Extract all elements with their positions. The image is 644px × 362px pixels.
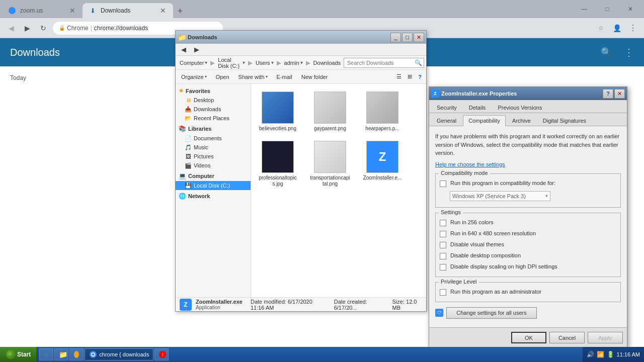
nav-videos[interactable]: 🎬 Videos [176, 161, 251, 170]
new-tab-button[interactable]: + [173, 4, 187, 18]
nav-pictures[interactable]: 🖼 Pictures [176, 152, 251, 161]
tab-security[interactable]: Security [431, 102, 462, 113]
compatibility-mode-title: Compatibility mode [439, 170, 490, 176]
breadcrumb-users[interactable]: Users ▾ [254, 59, 276, 67]
ok-button[interactable]: OK [511, 332, 546, 343]
setting-dpi-checkbox[interactable] [440, 264, 446, 270]
taskbar-item-wmp[interactable] [69, 348, 84, 360]
tab-digital-signatures[interactable]: Digital Signatures [537, 115, 592, 126]
search-downloads-icon[interactable]: 🔍 [601, 47, 612, 58]
file-thumb-zoom: Z [366, 141, 398, 173]
taskbar-item-antivirus[interactable]: ! [154, 348, 169, 360]
setting-256-checkbox[interactable] [440, 220, 446, 226]
apply-button[interactable]: Apply [588, 332, 623, 343]
taskbar-item-explorer[interactable]: 📁 [54, 348, 68, 360]
nav-desktop[interactable]: 🖥 Desktop [176, 96, 251, 105]
share-with-button[interactable]: Share with ▾ [235, 71, 271, 82]
maximize-button[interactable]: □ [596, 0, 619, 18]
recent-places-icon: 📂 [185, 115, 192, 122]
organize-button[interactable]: Organize ▾ [178, 71, 210, 82]
close-button[interactable]: ✕ [619, 0, 642, 18]
explorer-restore-button[interactable]: □ [402, 33, 413, 42]
chrome-menu-button[interactable]: ⋮ [626, 21, 640, 35]
breadcrumb-downloads[interactable]: Downloads [311, 59, 343, 67]
open-button[interactable]: Open [212, 71, 233, 82]
chrome-taskbar-label: chrome { downloads [99, 351, 149, 357]
nav-libraries-header[interactable]: 📚 Libraries [176, 124, 251, 134]
list-item[interactable]: professionaltopics.jpg [255, 137, 300, 191]
explorer-close-button[interactable]: ✕ [414, 33, 424, 42]
taskbar-item-chrome[interactable]: chrome { downloads [85, 348, 153, 360]
setting-visual-checkbox[interactable] [440, 242, 446, 248]
view-details-button[interactable]: ⊞ [405, 71, 415, 82]
setting-composition-checkbox[interactable] [440, 253, 446, 259]
tray-battery-icon[interactable]: 🔋 [607, 350, 615, 358]
tray-network-icon[interactable]: 📶 [597, 350, 605, 358]
nav-network-header[interactable]: 🌐 Network [176, 191, 251, 201]
list-item[interactable]: Z ZoomInstaller.e... [360, 137, 405, 191]
minimize-button[interactable]: — [573, 0, 596, 18]
email-button[interactable]: E-mail [273, 71, 296, 82]
tab-details[interactable]: Details [463, 102, 492, 113]
nav-localdisk[interactable]: 💾 Local Disk (C:) [176, 181, 251, 190]
props-title: ZoomInstaller.exe Properties [441, 90, 603, 97]
privilege-admin-checkbox[interactable] [440, 289, 446, 296]
explorer-minimize-button[interactable]: _ [390, 33, 401, 42]
search-button[interactable]: 🔍 [415, 59, 422, 66]
help-button[interactable]: ? [416, 71, 424, 82]
nav-computer-header[interactable]: 💻 Computer [176, 171, 251, 181]
refresh-button[interactable]: ↻ [36, 21, 50, 35]
help-link[interactable]: Help me choose the settings [435, 161, 621, 167]
list-item[interactable]: believecities.png [255, 88, 300, 135]
nav-favorites-header[interactable]: ★ Favorites [176, 86, 251, 96]
compat-mode-select[interactable]: Windows XP (Service Pack 3) ▾ [450, 191, 550, 201]
tab-downloads-close-button[interactable]: ✕ [159, 7, 167, 15]
profile-icon[interactable]: 👤 [610, 21, 624, 35]
forward-button[interactable]: ▶ [20, 21, 34, 35]
tab-compatibility[interactable]: Compatibility [463, 115, 506, 126]
tab-previous-versions-label: Previous Versions [498, 105, 542, 111]
nav-downloads[interactable]: 📥 Downloads [176, 105, 251, 114]
new-folder-button[interactable]: New folder [298, 71, 332, 82]
status-size: Size: 12.0 MB [392, 299, 422, 311]
list-item[interactable]: transportationcapital.png [307, 137, 353, 191]
cancel-button[interactable]: Cancel [549, 332, 585, 343]
status-date-modified: Date modified: 6/17/2020 11:16 AM [251, 299, 326, 311]
breadcrumb-admin[interactable]: admin ▾ [282, 59, 305, 67]
tab-general[interactable]: General [431, 115, 462, 126]
nav-recent-places[interactable]: 📂 Recent Places [176, 114, 251, 123]
zoom-logo-icon: Z [370, 145, 394, 169]
list-item[interactable]: hearpapers.p... [360, 88, 405, 135]
bookmark-icon[interactable]: ☆ [594, 21, 608, 35]
tab-archive-label: Archive [512, 118, 531, 124]
breadcrumb-users-arrow: ▾ [271, 60, 274, 65]
setting-dpi-row: Disable display scaling on high DPI sett… [440, 261, 616, 273]
explorer-forward-button[interactable]: ▶ [191, 45, 203, 55]
compat-mode-checkbox[interactable] [440, 180, 446, 187]
tab-zoom[interactable]: zoom.us ✕ [2, 3, 83, 18]
start-button[interactable]: Start [0, 347, 37, 362]
tab-archive[interactable]: Archive [507, 115, 536, 126]
tray-clock[interactable]: 11:16 AM [617, 351, 640, 357]
nav-music[interactable]: 🎵 Music [176, 143, 251, 152]
view-list-button[interactable]: ☰ [394, 71, 404, 82]
search-input[interactable] [344, 58, 424, 68]
tray-volume-icon[interactable]: 🔊 [587, 350, 595, 358]
props-titlebar: Z ZoomInstaller.exe Properties ? ✕ [429, 87, 627, 100]
tab-zoom-close-button[interactable]: ✕ [68, 7, 76, 15]
props-help-button[interactable]: ? [603, 89, 613, 99]
breadcrumb-computer[interactable]: Computer ▾ [178, 59, 209, 67]
props-footer: OK Cancel Apply [429, 327, 627, 347]
nav-documents[interactable]: 📄 Documents [176, 134, 251, 143]
explorer-back-button[interactable]: ◀ [178, 45, 190, 55]
downloads-menu-button[interactable]: ⋮ [624, 46, 634, 58]
back-button[interactable]: ◀ [4, 21, 18, 35]
setting-640-checkbox[interactable] [440, 231, 446, 237]
props-close-button[interactable]: ✕ [614, 89, 625, 99]
change-settings-button[interactable]: Change settings for all users [446, 307, 537, 319]
taskbar-item-ie[interactable]: e [39, 348, 53, 360]
tab-downloads[interactable]: ⬇ Downloads ✕ [83, 3, 173, 18]
tab-previous-versions[interactable]: Previous Versions [492, 102, 547, 113]
breadcrumb-localdisk[interactable]: Local Disk (C:) ▾ [216, 56, 247, 70]
list-item[interactable]: gayparent.png [307, 88, 353, 135]
